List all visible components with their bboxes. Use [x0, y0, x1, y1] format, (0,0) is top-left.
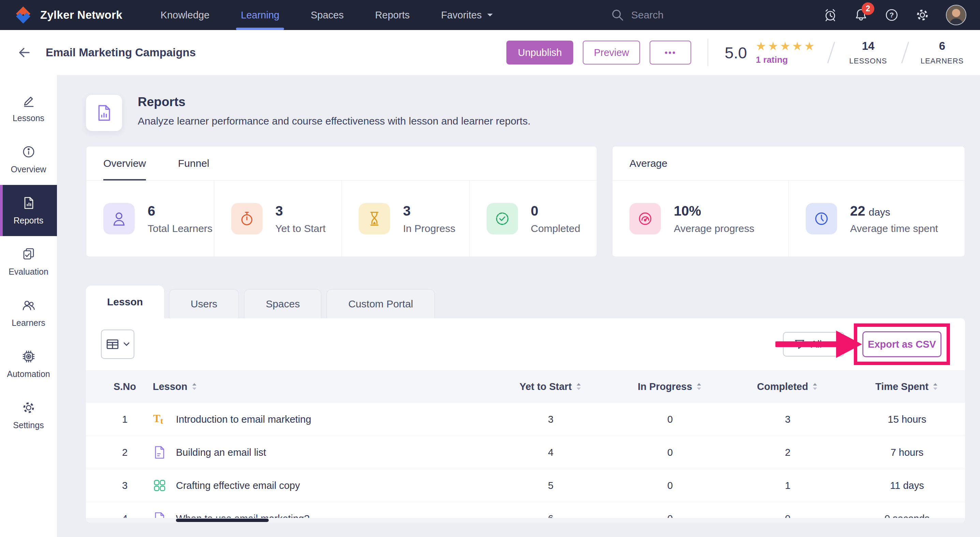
- column-header-sno[interactable]: S.No: [101, 381, 149, 392]
- tab-users[interactable]: Users: [169, 289, 239, 318]
- cell-completed: 2: [719, 447, 856, 458]
- stat-label: Average time spent: [850, 223, 938, 234]
- average-card-title: Average: [612, 147, 965, 180]
- nav-item-knowledge[interactable]: Knowledge: [161, 0, 210, 30]
- settings-gear-icon[interactable]: [915, 8, 929, 22]
- sidebar-item-evaluation[interactable]: Evaluation: [0, 236, 57, 287]
- clipboard-check-icon: [21, 247, 36, 261]
- lessons-label: LESSONS: [846, 57, 890, 65]
- zylker-logo-icon: [14, 5, 33, 25]
- column-header-in-progress[interactable]: In Progress: [620, 381, 719, 392]
- nav-menu: Knowledge Learning Spaces Reports Favori…: [161, 0, 493, 30]
- rating-score: 5.0: [725, 43, 747, 62]
- column-header-time-spent[interactable]: Time Spent: [856, 381, 958, 392]
- sidebar-item-lessons[interactable]: Lessons: [0, 83, 57, 134]
- tab-spaces[interactable]: Spaces: [244, 289, 321, 318]
- rating-count-link[interactable]: 1 rating: [756, 54, 816, 65]
- table-toolbar: All Export as CSV: [86, 318, 965, 370]
- sidebar-item-label: Overview: [11, 164, 46, 174]
- sidebar-item-label: Automation: [7, 369, 50, 379]
- nav-right: Search 2 ?: [611, 5, 966, 25]
- lesson-report-panel: All Export as CSV S.No Lesson: [86, 318, 965, 523]
- search-input[interactable]: Search: [611, 8, 663, 22]
- nav-item-spaces[interactable]: Spaces: [311, 0, 344, 30]
- tab-lesson[interactable]: Lesson: [86, 285, 164, 318]
- report-tabs: Lesson Users Spaces Custom Portal: [86, 285, 965, 318]
- more-options-button[interactable]: •••: [649, 41, 691, 64]
- nav-item-favorites[interactable]: Favorites: [441, 0, 492, 30]
- unpublish-button[interactable]: Unpublish: [506, 41, 573, 64]
- sidebar-item-learners[interactable]: Learners: [0, 287, 57, 338]
- reminders-icon[interactable]: [823, 8, 837, 22]
- course-sidebar: Lessons Overview Reports: [0, 75, 57, 537]
- stat-label: Total Learners: [148, 223, 212, 234]
- lessons-stat: 14 LESSONS: [846, 40, 890, 65]
- filter-button[interactable]: All: [783, 332, 844, 357]
- tab-overview[interactable]: Overview: [103, 147, 146, 180]
- stat-average-time-spent: 22days Average time spent: [789, 180, 965, 257]
- svg-text:?: ?: [889, 11, 894, 19]
- stat-value: 6: [148, 203, 212, 219]
- reports-doc-chart-icon: [86, 95, 122, 131]
- column-header-yet-to-start[interactable]: Yet to Start: [481, 381, 620, 392]
- cell-sno: 1: [101, 414, 149, 425]
- star-rating-icons: ★★★★★: [756, 40, 816, 52]
- main-content: Reports Analyze learner performance and …: [57, 75, 980, 537]
- table-row: 3 Crafting effective email copy 5 0 1 11…: [86, 469, 965, 502]
- cell-time-spent: 7 hours: [856, 447, 958, 458]
- sort-icon: [695, 382, 702, 391]
- notifications-icon[interactable]: 2: [854, 8, 868, 22]
- nav-item-reports[interactable]: Reports: [375, 0, 410, 30]
- column-header-lesson[interactable]: Lesson: [149, 381, 481, 392]
- lesson-link[interactable]: Building an email list: [149, 446, 481, 459]
- stat-label: Yet to Start: [275, 223, 326, 234]
- tab-funnel[interactable]: Funnel: [178, 147, 209, 180]
- annotation-highlight-box: Export as CSV: [854, 323, 950, 365]
- sidebar-item-settings[interactable]: Settings: [0, 390, 57, 441]
- cell-completed: 1: [719, 480, 856, 491]
- stat-label: Completed: [531, 223, 581, 234]
- table-header: S.No Lesson Yet to Start In Progress Com…: [86, 370, 965, 403]
- stat-yet-to-start: 3 Yet to Start: [214, 180, 342, 257]
- lessons-count: 14: [846, 40, 890, 53]
- help-icon[interactable]: ?: [885, 8, 899, 22]
- check-badge-icon: [487, 203, 518, 234]
- cell-in-progress: 0: [620, 480, 719, 491]
- gauge-icon: [630, 203, 661, 234]
- sidebar-item-overview[interactable]: Overview: [0, 134, 57, 185]
- overview-card: Overview Funnel 6 Total Learners: [86, 146, 597, 257]
- sidebar-item-label: Evaluation: [8, 267, 48, 277]
- cell-sno: 3: [101, 480, 149, 491]
- rating-block: 5.0 ★★★★★ 1 rating: [725, 40, 816, 65]
- sidebar-item-automation[interactable]: Automation: [0, 338, 57, 390]
- learners-count: 6: [920, 40, 964, 53]
- learners-stat: 6 LEARNERS: [920, 40, 964, 65]
- cell-in-progress: 0: [620, 447, 719, 458]
- sidebar-item-label: Learners: [11, 318, 45, 328]
- user-avatar[interactable]: [946, 5, 966, 25]
- cell-yet-to-start: 5: [481, 480, 620, 491]
- cell-yet-to-start: 3: [481, 414, 620, 425]
- column-header-completed[interactable]: Completed: [719, 381, 856, 392]
- back-arrow-icon[interactable]: [16, 45, 31, 61]
- sidebar-item-reports[interactable]: Reports: [0, 185, 57, 236]
- column-selector-button[interactable]: [101, 330, 134, 359]
- horizontal-scrollbar-thumb[interactable]: [176, 519, 269, 522]
- section-title: Reports: [138, 95, 531, 109]
- divider: [827, 41, 835, 64]
- section-description: Analyze learner performance and course e…: [138, 115, 531, 127]
- stat-label: Average progress: [674, 223, 754, 234]
- export-csv-button[interactable]: Export as CSV: [862, 331, 942, 357]
- lesson-link[interactable]: Crafting effective email copy: [149, 479, 481, 492]
- tab-custom-portal[interactable]: Custom Portal: [326, 289, 435, 318]
- lesson-link[interactable]: T t Introduction to email marketing: [149, 413, 481, 426]
- cell-yet-to-start: 4: [481, 447, 620, 458]
- document-lesson-icon: [153, 446, 166, 459]
- overview-card-tabs: Overview Funnel: [86, 147, 597, 180]
- person-icon: [103, 203, 135, 234]
- brand[interactable]: Zylker Network: [14, 5, 123, 25]
- preview-button[interactable]: Preview: [583, 41, 640, 64]
- nav-item-learning[interactable]: Learning: [241, 0, 279, 30]
- stat-value: 3: [275, 203, 326, 219]
- people-icon: [21, 298, 36, 312]
